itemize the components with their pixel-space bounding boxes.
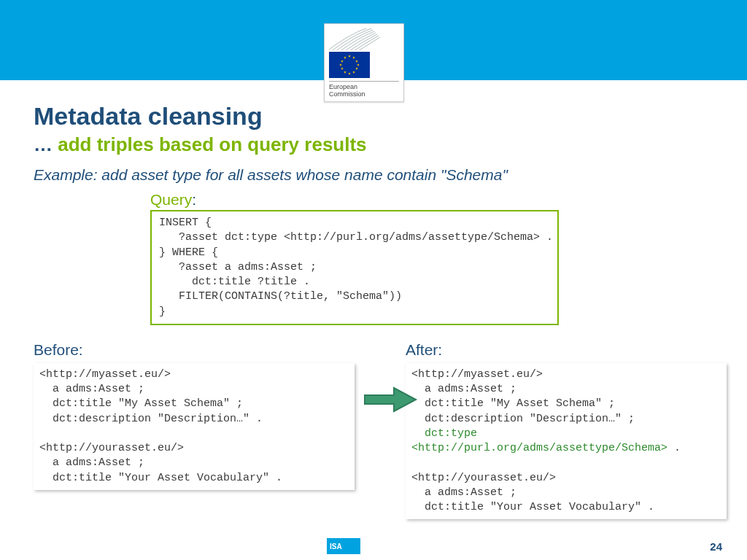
footer: ISA 24: [0, 538, 747, 554]
query-label: Query:: [150, 191, 713, 209]
before-code-block: <http://myasset.eu/> a adms:Asset ; dct:…: [34, 363, 355, 490]
header-bar: European Commission: [0, 0, 747, 80]
slide-title: Metadata cleansing: [34, 102, 713, 131]
slide-content: Metadata cleansing … add triples based o…: [0, 80, 747, 519]
after-label: After:: [406, 341, 727, 359]
svg-marker-0: [365, 388, 416, 411]
example-text: Example: add asset type for all assets w…: [34, 166, 713, 184]
before-label: Before:: [34, 341, 355, 359]
page-number: 24: [710, 540, 722, 553]
eu-flag-icon: [329, 52, 370, 78]
query-code-block: INSERT { ?asset dct:type <http://purl.or…: [150, 210, 559, 325]
slide-subtitle: … add triples based on query results: [34, 133, 713, 156]
isa-badge: ISA: [327, 538, 360, 554]
arrow-right-icon: [362, 385, 420, 417]
after-code-block: <http://myasset.eu/> a adms:Asset ; dct:…: [406, 363, 727, 520]
